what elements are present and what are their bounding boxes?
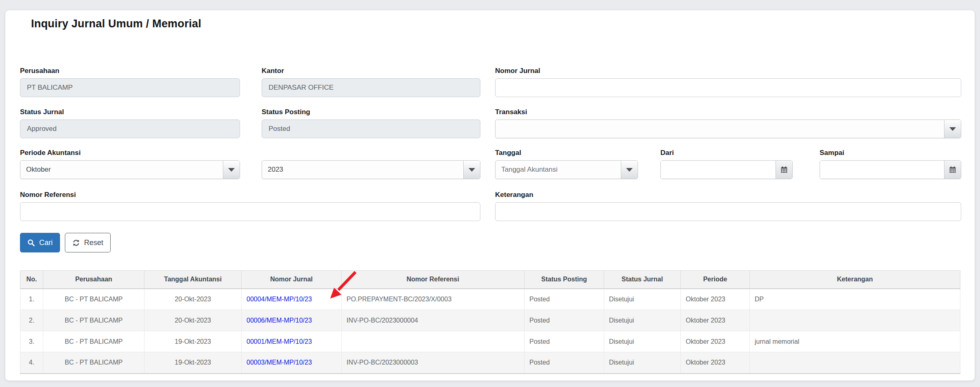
- journal-link[interactable]: 00001/MEM-MP/10/23: [247, 338, 312, 345]
- field-keterangan: Keterangan: [495, 191, 961, 221]
- cell-no: 4.: [20, 352, 43, 374]
- cari-button-label: Cari: [39, 239, 53, 247]
- table-row: 2.BC - PT BALICAMP20-Okt-202300006/MEM-M…: [20, 310, 960, 331]
- caret-down-icon[interactable]: [463, 161, 480, 179]
- kantor-input: [262, 78, 480, 97]
- journal-link[interactable]: 00003/MEM-MP/10/23: [247, 359, 312, 366]
- tanggal-type-select[interactable]: Tanggal Akuntansi: [495, 160, 638, 179]
- cell-perusahaan: BC - PT BALICAMP: [43, 352, 144, 374]
- field-transaksi: Transaksi: [495, 108, 961, 138]
- caret-down-icon[interactable]: [944, 120, 961, 138]
- cell-status-posting: Posted: [524, 352, 604, 374]
- keterangan-input[interactable]: [495, 202, 961, 221]
- reset-button-label: Reset: [84, 239, 103, 247]
- periode-year-value: 2023: [262, 161, 463, 179]
- field-periode-tahun: 2023: [262, 160, 480, 179]
- table-header-row: No.PerusahaanTanggal AkuntansiNomor Jurn…: [20, 271, 960, 289]
- cell-nomor-referensi: [342, 331, 524, 352]
- reset-button[interactable]: Reset: [65, 233, 111, 252]
- perusahaan-label: Perusahaan: [20, 67, 240, 75]
- journal-link[interactable]: 00006/MEM-MP/10/23: [247, 317, 312, 324]
- cell-periode: Oktober 2023: [681, 289, 750, 310]
- caret-down-icon[interactable]: [223, 161, 240, 179]
- cell-status-posting: Posted: [524, 331, 604, 352]
- cell-tanggal-akuntansi: 19-Okt-2023: [144, 352, 242, 374]
- dari-input[interactable]: [661, 161, 776, 179]
- cell-nomor-jurnal: 00006/MEM-MP/10/23: [242, 310, 342, 331]
- field-nomor-referensi: Nomor Referensi: [20, 191, 480, 221]
- dari-label: Dari: [660, 149, 793, 157]
- column-header-tanggal-akuntansi: Tanggal Akuntansi: [144, 271, 242, 289]
- sampai-datefield: [820, 160, 961, 179]
- table-row: 4.BC - PT BALICAMP19-Okt-202300003/MEM-M…: [20, 352, 960, 374]
- results-table: No.PerusahaanTanggal AkuntansiNomor Jurn…: [20, 270, 960, 374]
- field-status-jurnal: Status Jurnal: [20, 108, 240, 138]
- caret-down-icon[interactable]: [621, 161, 638, 179]
- column-header-keterangan: Keterangan: [750, 271, 960, 289]
- cell-periode: Oktober 2023: [681, 352, 750, 374]
- cell-nomor-jurnal: 00001/MEM-MP/10/23: [242, 331, 342, 352]
- tanggal-type-value: Tanggal Akuntansi: [496, 161, 621, 179]
- column-header-status-posting: Status Posting: [524, 271, 604, 289]
- column-header-nomor-jurnal: Nomor Jurnal: [242, 271, 342, 289]
- status-posting-label: Status Posting: [262, 108, 480, 116]
- sampai-label: Sampai: [820, 149, 961, 157]
- column-header-no: No.: [20, 271, 43, 289]
- cell-status-jurnal: Disetujui: [604, 331, 681, 352]
- cell-periode: Oktober 2023: [681, 331, 750, 352]
- field-sampai: Sampai: [820, 149, 961, 179]
- periode-month-select[interactable]: Oktober: [20, 160, 240, 179]
- cell-periode: Oktober 2023: [681, 310, 750, 331]
- cell-status-jurnal: Disetujui: [604, 310, 681, 331]
- field-kantor: Kantor: [262, 67, 480, 97]
- cell-no: 1.: [20, 289, 43, 310]
- nomor-jurnal-label: Nomor Jurnal: [495, 67, 961, 75]
- calendar-icon[interactable]: [944, 161, 961, 179]
- status-posting-input: [262, 119, 480, 138]
- cell-nomor-referensi: PO.PREPAYMENT-BC/2023/X/0003: [342, 289, 524, 310]
- field-nomor-jurnal: Nomor Jurnal: [495, 67, 961, 97]
- search-icon: [27, 239, 35, 247]
- periode-akuntansi-label: Periode Akuntansi: [20, 149, 240, 157]
- refresh-icon: [72, 239, 80, 247]
- column-header-perusahaan: Perusahaan: [43, 271, 144, 289]
- cell-status-posting: Posted: [524, 310, 604, 331]
- cell-perusahaan: BC - PT BALICAMP: [43, 331, 144, 352]
- cell-status-jurnal: Disetujui: [604, 289, 681, 310]
- cell-keterangan: [750, 310, 960, 331]
- cell-keterangan: jurnal memorial: [750, 331, 960, 352]
- status-jurnal-label: Status Jurnal: [20, 108, 240, 116]
- nomor-referensi-label: Nomor Referensi: [20, 191, 480, 199]
- table-row: 1.BC - PT BALICAMP20-Okt-202300004/MEM-M…: [20, 289, 960, 310]
- field-tanggal: Tanggal Tanggal Akuntansi: [495, 149, 638, 179]
- transaksi-label: Transaksi: [495, 108, 961, 116]
- cell-tanggal-akuntansi: 20-Okt-2023: [144, 310, 242, 331]
- cari-button[interactable]: Cari: [20, 233, 60, 252]
- field-periode-akuntansi: Periode Akuntansi Oktober: [20, 149, 240, 179]
- tanggal-label: Tanggal: [495, 149, 638, 157]
- nomor-referensi-input[interactable]: [20, 202, 480, 221]
- column-header-nomor-referensi: Nomor Referensi: [342, 271, 524, 289]
- cell-keterangan: [750, 352, 960, 374]
- kantor-label: Kantor: [262, 67, 480, 75]
- keterangan-label: Keterangan: [495, 191, 961, 199]
- cell-nomor-jurnal: 00004/MEM-MP/10/23: [242, 289, 342, 310]
- transaksi-select[interactable]: [495, 119, 961, 138]
- nomor-jurnal-input[interactable]: [495, 78, 961, 97]
- column-header-status-jurnal: Status Jurnal: [604, 271, 681, 289]
- cell-status-jurnal: Disetujui: [604, 352, 681, 374]
- field-perusahaan: Perusahaan: [20, 67, 240, 97]
- table-row: 3.BC - PT BALICAMP19-Okt-202300001/MEM-M…: [20, 331, 960, 352]
- calendar-icon[interactable]: [776, 161, 792, 179]
- page-title: Inquiry Jurnal Umum / Memorial: [31, 18, 201, 30]
- journal-link[interactable]: 00004/MEM-MP/10/23: [247, 296, 312, 303]
- periode-year-select[interactable]: 2023: [262, 160, 480, 179]
- column-header-periode: Periode: [681, 271, 750, 289]
- cell-keterangan: DP: [750, 289, 960, 310]
- cell-tanggal-akuntansi: 20-Okt-2023: [144, 289, 242, 310]
- sampai-input[interactable]: [820, 161, 944, 179]
- perusahaan-input: [20, 78, 240, 97]
- cell-status-posting: Posted: [524, 289, 604, 310]
- cell-perusahaan: BC - PT BALICAMP: [43, 310, 144, 331]
- cell-no: 3.: [20, 331, 43, 352]
